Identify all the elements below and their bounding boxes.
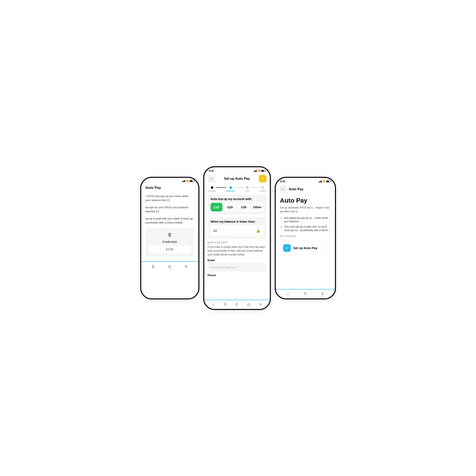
right-header-title: Auto Pay: [289, 187, 304, 191]
check-text-1: Set repeat top-ups for yo... meter when …: [284, 216, 331, 223]
left-status-bar: 📶: [141, 178, 198, 183]
stepper-pay: Pay: [245, 186, 250, 192]
stepper-line-2: [235, 187, 245, 188]
right-nav-activity[interactable]: ⠿: [304, 292, 307, 296]
left-header: Auto Pay: [141, 183, 198, 192]
amount-options: £10 £20 £30 Other: [211, 203, 263, 211]
center-wifi-icon: 📶: [257, 170, 260, 172]
center-phone: 9:41 📶 ← Set up Auto Pay ⚡: [203, 166, 271, 310]
balance-input[interactable]: £2 🔒: [211, 225, 263, 236]
battery-icon: [189, 180, 194, 182]
setup-btn-icon: ∞: [283, 244, 291, 252]
stepper-line-1: [216, 187, 226, 188]
right-wifi-icon: 📶: [323, 180, 325, 183]
setup-auto-pay-button[interactable]: ∞ Set up Auto Pay: [280, 241, 331, 255]
amount-10[interactable]: £10: [211, 203, 223, 211]
lightning-button[interactable]: ⚡: [259, 175, 266, 183]
auto-topup-card: Auto top-up my account with: £10 £20 £30…: [208, 194, 266, 214]
credit-limit-card: 🗑 Credit limit £2.00: [146, 228, 194, 257]
center-nav-currency[interactable]: £: [236, 302, 238, 307]
left-phone: 📶 Auto Pay c PAYG top-ups so you never w…: [140, 177, 199, 299]
left-nav-currency[interactable]: £: [152, 264, 154, 269]
lock-icon: 🔒: [256, 228, 260, 233]
amount-20[interactable]: £20: [224, 203, 236, 211]
left-body: c PAYG top-ups so you never when your ba…: [141, 192, 198, 262]
center-status-bar: 9:41 📶: [204, 167, 270, 173]
center-status-icons: 📶: [254, 170, 265, 172]
stepper-label-amount: Amount: [226, 190, 235, 192]
balance-value: £2: [214, 229, 217, 232]
credit-limit-value: £2.00: [149, 245, 191, 253]
right-status-bar: 9:41 📶: [276, 178, 335, 184]
right-back-button[interactable]: ←: [279, 186, 287, 193]
lightning-icon: ⚡: [260, 176, 265, 181]
right-big-title: Auto Pay: [280, 197, 331, 204]
infinity-icon: ∞: [286, 246, 288, 250]
center-nav-menu[interactable]: ≡: [259, 302, 262, 307]
left-nav-help[interactable]: ⊙: [168, 264, 171, 269]
center-signal-icon: [254, 170, 257, 172]
left-nav-menu[interactable]: ≡: [185, 264, 187, 269]
stepper-dot-done: [261, 186, 264, 189]
amount-other[interactable]: Other: [252, 203, 263, 211]
back-button[interactable]: ←: [208, 175, 215, 183]
left-text-3: op-up is paid with your bank ll never go…: [146, 217, 194, 225]
balance-card: When my balance is lower than: £2 🔒: [208, 217, 266, 239]
setup-btn-label: Set up Auto Pay: [293, 246, 317, 250]
check-mark-1: ✓: [280, 217, 283, 220]
left-text-2: op-ups for your PAYG your balance reache…: [146, 205, 194, 214]
stepper-dot-energy: [211, 186, 213, 189]
left-bottom-nav: £ ⊙ ≡: [141, 261, 198, 271]
center-nav-help[interactable]: ⊙: [247, 302, 250, 307]
stepper-dot-amount: [229, 186, 232, 189]
center-header: ← Set up Auto Pay ⚡: [204, 173, 270, 184]
stepper-dot-pay: [246, 186, 249, 189]
get-started-label: GET STARTED: [280, 235, 331, 238]
credit-limit-label: Credit limit: [163, 240, 177, 244]
check-list: ✓ Set repeat top-ups for yo... meter whe…: [280, 216, 331, 232]
phone-label: Phone: [208, 274, 266, 277]
center-bottom-nav: ⌂ ⠿ £ ⊙ ≡: [204, 300, 270, 309]
center-nav-activity[interactable]: ⠿: [224, 302, 226, 307]
left-title: Auto Pay: [146, 186, 161, 190]
right-battery-icon: [326, 180, 330, 183]
scene: 📶 Auto Pay c PAYG top-ups so you never w…: [132, 158, 344, 319]
left-content: Auto Pay c PAYG top-ups so you never whe…: [141, 183, 198, 298]
stepper-label-pay: Pay: [245, 190, 250, 192]
auto-topup-title: Auto top-up my account with:: [211, 197, 263, 201]
stepper-label-done: Done: [260, 190, 265, 192]
stepper-amount: Amount: [226, 186, 235, 192]
center-battery-icon: [261, 170, 265, 172]
right-status-icons: 📶: [319, 180, 330, 183]
amount-30[interactable]: £30: [238, 203, 250, 211]
receipt-section: NEED A RECEIPT? If you'd like a receipt …: [208, 241, 266, 256]
receipt-text: If you'd like a receipt when your Auto P…: [208, 245, 266, 256]
center-nav-home[interactable]: ⌂: [212, 302, 214, 307]
divider: [280, 239, 331, 239]
balance-title: When my balance is lower than:: [211, 220, 263, 223]
left-text-1: c PAYG top-ups so you never when your ba…: [146, 194, 194, 202]
stepper-label-energy: Energy: [208, 190, 216, 192]
center-body: Auto top-up my account with: £10 £20 £30…: [204, 193, 270, 300]
wifi-icon: 📶: [186, 180, 189, 182]
check-text-2: Your auto top-up is paid card, so you'll…: [284, 225, 331, 232]
right-time: 9:41: [280, 180, 286, 183]
right-body: Auto Pay Set up automatic PAYG top-u... …: [276, 195, 335, 289]
progress-stepper: Energy Amount Pay Done: [204, 184, 270, 193]
right-nav-home[interactable]: ⌂: [287, 292, 289, 296]
left-status-icons: 📶: [182, 180, 194, 182]
email-input[interactable]: sam@example.com: [208, 263, 266, 272]
right-desc: Set up automatic PAYG top-u... forget to…: [280, 206, 331, 213]
trash-icon[interactable]: 🗑: [168, 231, 172, 238]
stepper-energy: Energy: [208, 186, 216, 192]
stepper-line-3: [250, 187, 260, 188]
email-label: Email: [208, 259, 266, 262]
right-signal-icon: [319, 180, 322, 183]
center-time: 9:41: [209, 169, 214, 172]
right-phone: 9:41 📶 ← Auto Pay Auto Pay: [275, 177, 336, 299]
right-header: ← Auto Pay: [276, 184, 335, 195]
right-nav-currency[interactable]: £: [322, 292, 324, 296]
check-item-1: ✓ Set repeat top-ups for yo... meter whe…: [280, 216, 331, 223]
check-item-2: ✓ Your auto top-up is paid card, so you'…: [280, 225, 331, 232]
signal-icon: [182, 180, 185, 182]
